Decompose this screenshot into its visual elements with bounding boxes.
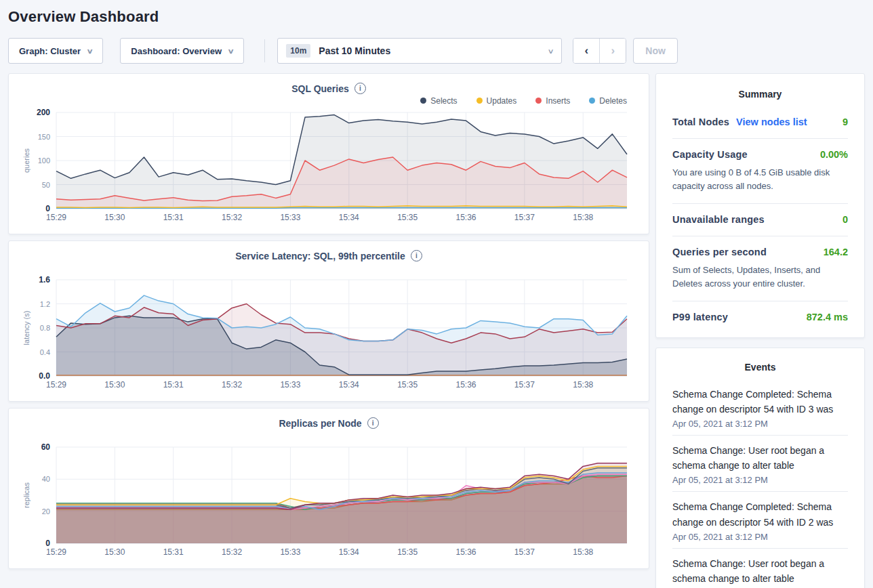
view-nodes-link[interactable]: View nodes list: [736, 117, 807, 127]
toolbar: Graph: Cluster ∨ Dashboard: Overview ∨ 1…: [0, 27, 873, 73]
x-tick-label: 15:37: [514, 380, 535, 390]
sql-queries-chart[interactable]: 15:2915:3015:3115:3215:3315:3415:3515:36…: [20, 107, 639, 224]
time-range-label: Past 10 Minutes: [319, 45, 540, 56]
x-tick-label: 15:36: [455, 380, 476, 390]
legend-item[interactable]: Selects: [420, 96, 457, 106]
x-tick-label: 15:31: [163, 380, 184, 390]
legend-item[interactable]: Inserts: [535, 96, 570, 106]
event-timestamp: Apr 05, 2021 at 3:12 PM: [672, 475, 848, 485]
summary-row: Queries per second164.2Sum of Selects, U…: [672, 236, 848, 301]
charts-column: SQL Queries i SelectsUpdatesInsertsDelet…: [8, 73, 649, 588]
legend-dot-icon: [476, 98, 483, 104]
info-icon[interactable]: i: [354, 83, 366, 94]
chart-legend: [20, 261, 627, 274]
x-tick-label: 15:37: [514, 547, 535, 557]
summary-label: Unavailable ranges: [672, 214, 765, 225]
chevron-down-icon: ∨: [548, 47, 554, 55]
summary-value: 872.4 ms: [807, 312, 848, 322]
summary-row-top: P99 latency872.4 ms: [672, 312, 848, 322]
summary-panel: Summary Total NodesView nodes list9Capac…: [655, 73, 865, 338]
x-tick-label: 15:33: [280, 380, 300, 390]
summary-row: Unavailable ranges0: [672, 204, 848, 236]
chart-legend: [20, 429, 627, 442]
chevron-down-icon: ∨: [228, 47, 235, 55]
legend-item[interactable]: Deletes: [589, 96, 627, 106]
replicas-per-node-chart[interactable]: 15:2915:3015:3115:3215:3315:3415:3515:36…: [20, 442, 639, 558]
dashboard-dropdown[interactable]: Dashboard: Overview ∨: [120, 38, 244, 64]
event-timestamp: Apr 05, 2021 at 3:12 PM: [672, 419, 848, 429]
legend-label: Updates: [487, 96, 517, 106]
summary-row: P99 latency872.4 ms: [672, 301, 848, 333]
y-tick-label: 1.2: [40, 300, 50, 308]
chart-title-text: SQL Queries: [291, 83, 349, 94]
legend-dot-icon: [420, 98, 426, 104]
x-tick-label: 15:29: [46, 380, 66, 390]
y-tick-label: 50: [42, 181, 50, 189]
x-tick-label: 15:30: [104, 213, 125, 222]
service-latency-panel: Service Latency: SQL, 99th percentile i …: [8, 240, 649, 402]
summary-row-top: Queries per second164.2: [672, 247, 848, 257]
page-title: Overview Dashboard: [8, 8, 865, 26]
x-tick-label: 15:31: [163, 213, 184, 222]
x-tick-label: 15:33: [280, 213, 300, 222]
y-tick-label: 40: [42, 475, 50, 483]
legend-label: Selects: [430, 96, 457, 106]
event-message: Schema Change: User root began a schema …: [672, 556, 848, 586]
summary-value: 0: [842, 214, 848, 225]
y-tick-label: 60: [41, 442, 51, 452]
previous-range-button[interactable]: ‹: [573, 39, 599, 63]
event-item[interactable]: Schema Change Completed: Schema change o…: [672, 379, 848, 436]
events-panel: Events Schema Change Completed: Schema c…: [655, 348, 865, 588]
x-tick-label: 15:32: [222, 213, 242, 222]
summary-value: 164.2: [824, 247, 848, 257]
time-step-buttons: ‹ ›: [573, 38, 626, 64]
y-tick-label: 200: [37, 108, 50, 117]
summary-title: Summary: [672, 85, 848, 106]
legend-dot-icon: [535, 98, 542, 104]
y-tick-label: 100: [38, 156, 50, 165]
toolbar-divider: [264, 39, 265, 62]
sidebar-column: Summary Total NodesView nodes list9Capac…: [655, 73, 865, 588]
x-tick-label: 15:32: [222, 547, 242, 557]
event-item[interactable]: Schema Change: User root began a schema …: [672, 436, 848, 492]
summary-row: Total NodesView nodes list9: [672, 106, 848, 139]
info-icon[interactable]: i: [411, 250, 422, 261]
x-tick-label: 15:34: [339, 547, 359, 557]
x-tick-label: 15:36: [455, 547, 476, 557]
x-tick-label: 15:32: [222, 380, 242, 390]
x-tick-label: 15:31: [163, 547, 184, 557]
x-tick-label: 15:35: [397, 547, 418, 557]
event-timestamp: Apr 05, 2021 at 3:12 PM: [672, 532, 848, 542]
event-item[interactable]: Schema Change: User root began a schema …: [672, 549, 848, 588]
x-tick-label: 15:34: [339, 213, 359, 222]
time-range-picker[interactable]: 10m Past 10 Minutes ∨: [277, 38, 562, 64]
legend-item[interactable]: Updates: [476, 96, 517, 106]
chart-title-text: Service Latency: SQL, 99th percentile: [235, 251, 405, 261]
summary-label: P99 latency: [672, 312, 728, 322]
info-icon[interactable]: i: [367, 417, 379, 429]
summary-description: Sum of Selects, Updates, Inserts, and De…: [672, 264, 848, 290]
event-item[interactable]: Schema Change Completed: Schema change o…: [672, 492, 848, 548]
replicas-per-node-panel: Replicas per Node i 15:2915:3015:3115:32…: [8, 408, 649, 569]
event-message: Schema Change: User root began a schema …: [672, 443, 848, 473]
y-axis-title: latency (s): [22, 311, 31, 345]
summary-rows: Total NodesView nodes list9Capacity Usag…: [672, 106, 848, 333]
service-latency-chart[interactable]: 15:2915:3015:3115:3215:3315:3415:3515:36…: [20, 274, 639, 391]
summary-row-top: Capacity Usage0.00%: [672, 149, 848, 160]
now-button[interactable]: Now: [633, 38, 678, 64]
summary-label: Queries per second: [672, 247, 767, 257]
events-list: Schema Change Completed: Schema change o…: [672, 379, 848, 588]
x-tick-label: 15:34: [339, 380, 359, 390]
summary-label: Capacity Usage: [672, 149, 748, 160]
next-range-button[interactable]: ›: [600, 39, 626, 63]
x-tick-label: 15:38: [573, 547, 593, 557]
y-tick-label: 20: [42, 507, 50, 516]
y-tick-label: 0.4: [40, 348, 50, 356]
chart-title: Replicas per Node i: [20, 417, 638, 429]
graph-dropdown[interactable]: Graph: Cluster ∨: [8, 38, 103, 64]
summary-row-top: Total NodesView nodes list9: [672, 117, 848, 127]
summary-value: 0.00%: [820, 149, 848, 160]
legend-label: Inserts: [546, 96, 570, 106]
dashboard-dropdown-label: Dashboard: Overview: [131, 46, 222, 56]
x-tick-label: 15:29: [46, 213, 66, 222]
